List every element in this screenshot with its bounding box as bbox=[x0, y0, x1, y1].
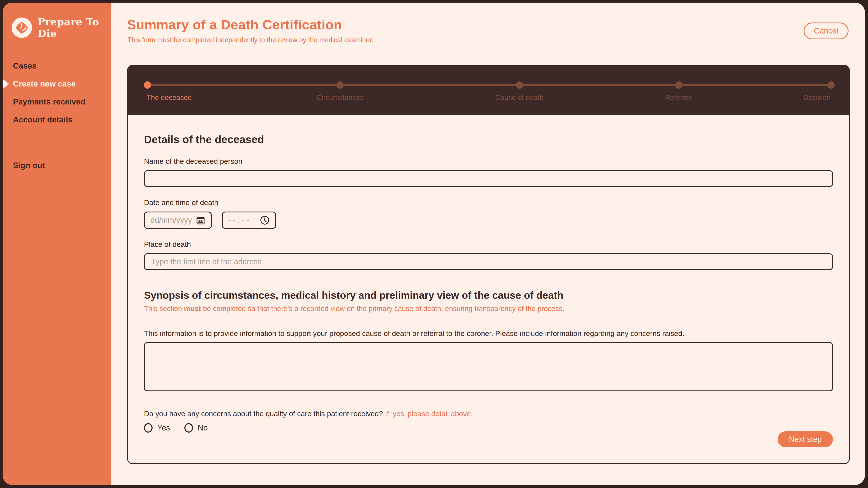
radio-option-yes[interactable]: Yes bbox=[144, 423, 170, 433]
cancel-button[interactable]: Cancel bbox=[804, 23, 848, 39]
step-dot-circumstances[interactable] bbox=[336, 81, 344, 89]
place-label: Place of death bbox=[144, 240, 833, 249]
sidebar-item-label: Payments received bbox=[13, 97, 85, 106]
sidebar-item-create-new-case[interactable]: Create new case bbox=[3, 80, 111, 88]
page-title: Summary of a Death Certification bbox=[127, 17, 848, 32]
name-label: Name of the deceased person bbox=[144, 157, 833, 166]
date-placeholder: dd/mm/yyyy bbox=[150, 216, 192, 225]
card-body: Details of the deceased Name of the dece… bbox=[128, 115, 849, 449]
step-label-circumstances[interactable]: Circumstances bbox=[316, 93, 364, 102]
step-label-the-deceased[interactable]: The deceased bbox=[147, 93, 192, 102]
concerns-question-text: Do you have any concerns about the quali… bbox=[144, 409, 385, 418]
synopsis-note: This section must be completed so that t… bbox=[144, 305, 833, 313]
next-step-button[interactable]: Next step bbox=[778, 431, 833, 447]
main-content: Summary of a Death Certification This fo… bbox=[111, 3, 865, 485]
concerns-radio-group: Yes No bbox=[144, 423, 833, 433]
synopsis-info-text: This information is to provide informati… bbox=[144, 329, 833, 338]
sidebar-item-label: Create new case bbox=[13, 79, 76, 88]
clock-icon bbox=[260, 215, 270, 225]
sidebar-item-payments-received[interactable]: Payments received bbox=[3, 98, 111, 106]
radio-option-no[interactable]: No bbox=[184, 423, 208, 433]
brand-header: Prepare To Die bbox=[3, 3, 111, 39]
sidebar-item-label: Cases bbox=[13, 61, 36, 70]
concerns-question: Do you have any concerns about the quali… bbox=[144, 409, 833, 418]
datetime-label: Date and time of death bbox=[144, 198, 833, 207]
radio-circle-no[interactable] bbox=[184, 423, 193, 433]
page-subtitle: This form must be completed independentl… bbox=[127, 36, 848, 44]
sidebar-item-label: Account details bbox=[13, 115, 73, 124]
sidebar-item-cases[interactable]: Cases bbox=[3, 62, 111, 70]
step-dot-cause-of-death[interactable] bbox=[516, 81, 523, 89]
synopsis-note-before: This section bbox=[144, 305, 184, 313]
progress-stepper: The deceased Circumstances Cause of deat… bbox=[128, 66, 849, 115]
active-item-triangle-icon bbox=[3, 79, 9, 89]
radio-circle-yes[interactable] bbox=[144, 423, 153, 433]
time-input[interactable]: - - : - - bbox=[222, 211, 276, 229]
date-input[interactable]: dd/mm/yyyy bbox=[144, 211, 212, 229]
stepper-track bbox=[147, 84, 831, 86]
sidebar-nav: Cases Create new case Payments received … bbox=[3, 62, 111, 124]
radio-label-yes: Yes bbox=[157, 423, 170, 432]
concerns-question-hint: If ‘yes’ please detail above. bbox=[385, 409, 473, 418]
place-input[interactable] bbox=[144, 253, 833, 270]
brand-mark-icon bbox=[12, 18, 32, 38]
step-dot-decision[interactable] bbox=[827, 81, 835, 89]
form-card: The deceased Circumstances Cause of deat… bbox=[127, 65, 850, 464]
brand-name: Prepare To Die bbox=[38, 16, 111, 39]
sidebar-item-sign-out[interactable]: Sign out bbox=[3, 161, 111, 170]
app-window: Prepare To Die Cases Create new case Pay… bbox=[3, 3, 865, 485]
details-heading: Details of the deceased bbox=[144, 133, 833, 146]
step-dot-referred[interactable] bbox=[675, 81, 683, 89]
datetime-row: dd/mm/yyyy - - : - - bbox=[144, 211, 833, 229]
synopsis-note-after: be completed so that there’s a recorded … bbox=[201, 305, 564, 313]
radio-label-no: No bbox=[198, 423, 208, 432]
step-dot-the-deceased[interactable] bbox=[144, 81, 151, 89]
step-label-decision[interactable]: Decision bbox=[803, 93, 831, 102]
name-input[interactable] bbox=[144, 170, 833, 187]
synopsis-heading: Synopsis of circumstances, medical histo… bbox=[144, 289, 833, 301]
step-label-referred[interactable]: Referred bbox=[665, 93, 693, 102]
sidebar-item-account-details[interactable]: Account details bbox=[3, 116, 111, 124]
sidebar: Prepare To Die Cases Create new case Pay… bbox=[3, 3, 111, 485]
time-placeholder: - - : - - bbox=[228, 216, 249, 225]
step-label-cause-of-death[interactable]: Cause of death bbox=[495, 93, 544, 102]
synopsis-textarea[interactable] bbox=[144, 342, 833, 391]
synopsis-note-bold: must bbox=[184, 305, 201, 313]
calendar-icon bbox=[196, 216, 205, 225]
